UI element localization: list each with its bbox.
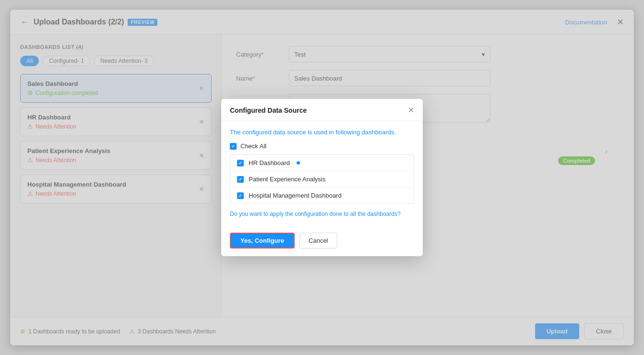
- modal-close-icon[interactable]: ✕: [408, 106, 414, 115]
- modal: Configured Data Source ✕ The configured …: [221, 99, 423, 256]
- checkbox-item: Hospital Management Dashboard: [230, 188, 414, 203]
- modal-title: Configured Data Source: [230, 106, 307, 114]
- patient-exp-checkbox[interactable]: [237, 176, 244, 183]
- modal-question: Do you want to apply the configuration d…: [230, 211, 414, 217]
- main-window: ← Upload Dashboards (2/2) PREVIEW Docume…: [10, 10, 634, 345]
- body: DASHBOARDS LIST (4) All Configured- 1 Ne…: [11, 35, 633, 317]
- checkbox-item-label: HR Dashboard: [249, 159, 290, 166]
- modal-body: The configured data source is used in fo…: [221, 121, 423, 233]
- hr-dashboard-checkbox[interactable]: [237, 160, 244, 166]
- check-all-label: Check All: [240, 142, 266, 150]
- dashboard-checkbox-list: HR Dashboard Patient Experience Analysis…: [230, 154, 414, 204]
- checkbox-item-label: Hospital Management Dashboard: [249, 192, 342, 199]
- check-all-row: Check All: [230, 142, 414, 150]
- modal-description: The configured data source is used in fo…: [230, 129, 414, 136]
- cancel-button[interactable]: Cancel: [299, 233, 337, 248]
- modal-header: Configured Data Source ✕: [221, 99, 423, 121]
- hospital-mgmt-checkbox[interactable]: [237, 192, 244, 199]
- modal-footer: Yes, Configure Cancel: [221, 233, 423, 256]
- modal-overlay: Configured Data Source ✕ The configured …: [11, 35, 633, 317]
- yes-configure-button[interactable]: Yes, Configure: [230, 233, 295, 248]
- check-all-checkbox[interactable]: [230, 143, 237, 150]
- checkbox-item: HR Dashboard: [230, 155, 414, 171]
- dot-indicator: [297, 161, 300, 165]
- checkbox-item-label: Patient Experience Analysis: [249, 176, 325, 183]
- checkbox-item: Patient Experience Analysis: [230, 171, 414, 188]
